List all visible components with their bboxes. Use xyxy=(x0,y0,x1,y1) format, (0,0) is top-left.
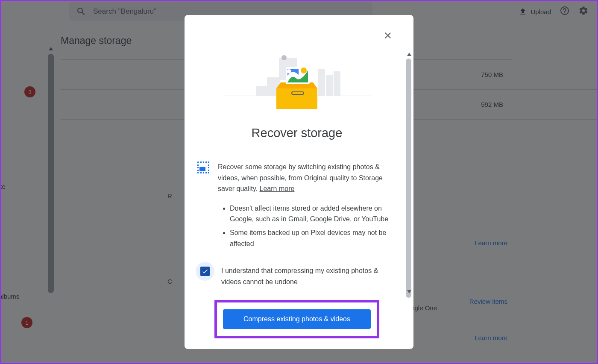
consent-checkbox-row: I understand that compressing my existin… xyxy=(197,262,396,287)
dialog-scrollbar[interactable] xyxy=(406,53,413,294)
compress-button[interactable]: Compress existing photos & videos xyxy=(223,309,371,329)
primary-button-highlight: Compress existing photos & videos xyxy=(214,300,379,338)
storage-illustration xyxy=(197,45,396,109)
recover-storage-dialog: Recover storage Recover some storage by … xyxy=(185,15,413,349)
info-row: Recover some storage by switching existi… xyxy=(197,161,396,194)
bullet-item: Doesn't affect items stored or added els… xyxy=(230,203,396,225)
description-text: Recover some storage by switching existi… xyxy=(218,163,383,192)
dialog-title: Recover storage xyxy=(197,126,396,140)
scroll-down-icon xyxy=(407,290,411,294)
info-bullets: Doesn't affect items stored or added els… xyxy=(230,203,396,249)
checkbox-label: I understand that compressing my existin… xyxy=(221,262,396,287)
dialog-description: Recover some storage by switching existi… xyxy=(218,161,396,194)
photo-compress-icon xyxy=(197,161,209,173)
svg-rect-4 xyxy=(318,69,325,96)
close-button[interactable] xyxy=(383,30,395,42)
check-icon xyxy=(202,268,208,275)
bullet-item: Some items backed up on Pixel devices ma… xyxy=(230,227,396,249)
consent-checkbox[interactable] xyxy=(200,267,210,276)
modal-overlay: Recover storage Recover some storage by … xyxy=(1,1,597,363)
checkbox-container[interactable] xyxy=(196,262,214,281)
svg-rect-3 xyxy=(256,86,269,96)
svg-point-13 xyxy=(301,68,307,73)
scroll-thumb[interactable] xyxy=(406,59,411,298)
dialog-content: Recover storage Recover some storage by … xyxy=(185,15,413,351)
svg-point-12 xyxy=(287,69,291,73)
svg-rect-6 xyxy=(334,71,340,96)
close-icon xyxy=(383,30,393,41)
svg-point-8 xyxy=(281,55,287,60)
svg-rect-5 xyxy=(326,75,333,96)
scroll-up-icon xyxy=(407,53,411,56)
learn-more-link-dialog[interactable]: Learn more xyxy=(260,185,295,192)
